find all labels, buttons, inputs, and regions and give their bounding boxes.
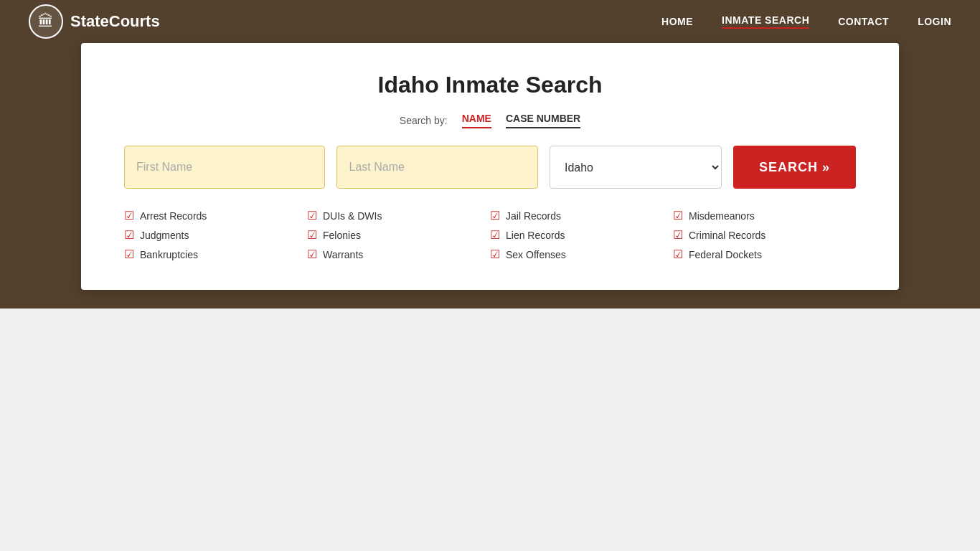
check-sex-offenses: ☑ Sex Offenses bbox=[490, 248, 673, 261]
check-label-misdemeanors: Misdemeanors bbox=[689, 210, 755, 222]
last-name-input[interactable] bbox=[336, 146, 537, 189]
check-label-felonies: Felonies bbox=[323, 230, 361, 241]
nav-inmate-search[interactable]: INMATE SEARCH bbox=[722, 14, 809, 29]
check-bankruptcies: ☑ Bankruptcies bbox=[124, 248, 307, 261]
logo-icon: 🏛 bbox=[29, 4, 63, 39]
check-arrest-records: ☑ Arrest Records bbox=[124, 209, 307, 222]
checks-grid: ☑ Arrest Records ☑ DUIs & DWIs ☑ Jail Re… bbox=[124, 209, 856, 261]
check-icon-sex-offenses: ☑ bbox=[490, 248, 500, 261]
nav-links: HOME INMATE SEARCH CONTACT LOGIN bbox=[661, 14, 951, 29]
check-jail-records: ☑ Jail Records bbox=[490, 209, 673, 222]
navbar: 🏛 StateCourts HOME INMATE SEARCH CONTACT… bbox=[0, 0, 980, 43]
check-label-criminal: Criminal Records bbox=[689, 230, 765, 241]
check-judgments: ☑ Judgments bbox=[124, 228, 307, 242]
nav-contact[interactable]: CONTACT bbox=[838, 16, 889, 27]
first-name-input[interactable] bbox=[124, 146, 325, 189]
tab-name[interactable]: NAME bbox=[462, 113, 491, 128]
check-label-lien: Lien Records bbox=[506, 230, 565, 241]
check-warrants: ☑ Warrants bbox=[307, 248, 490, 261]
search-inputs-row: Idaho AlabamaAlaskaArizona ArkansasCalif… bbox=[124, 146, 856, 189]
check-misdemeanors: ☑ Misdemeanors bbox=[673, 209, 856, 222]
check-lien-records: ☑ Lien Records bbox=[490, 228, 673, 242]
check-icon-lien: ☑ bbox=[490, 228, 500, 242]
check-label-federal: Federal Dockets bbox=[689, 249, 762, 260]
check-criminal-records: ☑ Criminal Records bbox=[673, 228, 856, 242]
check-icon-felonies: ☑ bbox=[307, 228, 317, 242]
check-icon-duis: ☑ bbox=[307, 209, 317, 222]
hero-section: COURTHOUSE 🏛 StateCourts HOME INMATE SEA… bbox=[0, 0, 980, 309]
check-icon-warrants: ☑ bbox=[307, 248, 317, 261]
check-label-bankruptcies: Bankruptcies bbox=[140, 249, 198, 260]
nav-home[interactable]: HOME bbox=[661, 16, 693, 27]
search-card: Idaho Inmate Search Search by: NAME CASE… bbox=[81, 43, 899, 290]
check-felonies: ☑ Felonies bbox=[307, 228, 490, 242]
check-duis-dwis: ☑ DUIs & DWIs bbox=[307, 209, 490, 222]
search-button[interactable]: SEARCH » bbox=[733, 146, 856, 189]
nav-login[interactable]: LOGIN bbox=[918, 16, 951, 27]
check-federal-dockets: ☑ Federal Dockets bbox=[673, 248, 856, 261]
check-label-jail: Jail Records bbox=[506, 210, 561, 222]
check-label-warrants: Warrants bbox=[323, 249, 363, 260]
check-icon-criminal: ☑ bbox=[673, 228, 683, 242]
tab-case-number[interactable]: CASE NUMBER bbox=[506, 113, 580, 128]
check-icon-jail: ☑ bbox=[490, 209, 500, 222]
search-title: Idaho Inmate Search bbox=[124, 72, 856, 98]
check-icon-federal: ☑ bbox=[673, 248, 683, 261]
search-by-label: Search by: bbox=[400, 115, 448, 126]
check-icon-bankruptcies: ☑ bbox=[124, 248, 134, 261]
check-label-arrest: Arrest Records bbox=[140, 210, 207, 222]
state-select[interactable]: Idaho AlabamaAlaskaArizona ArkansasCalif… bbox=[550, 146, 722, 189]
search-by-row: Search by: NAME CASE NUMBER bbox=[124, 113, 856, 128]
check-icon-misdemeanors: ☑ bbox=[673, 209, 683, 222]
logo-text: StateCourts bbox=[70, 12, 160, 31]
check-label-duis: DUIs & DWIs bbox=[323, 210, 382, 222]
check-label-sex-offenses: Sex Offenses bbox=[506, 249, 566, 260]
site-logo[interactable]: 🏛 StateCourts bbox=[29, 4, 160, 39]
check-icon-judgments: ☑ bbox=[124, 228, 134, 242]
check-icon-arrest: ☑ bbox=[124, 209, 134, 222]
check-label-judgments: Judgments bbox=[140, 230, 189, 241]
